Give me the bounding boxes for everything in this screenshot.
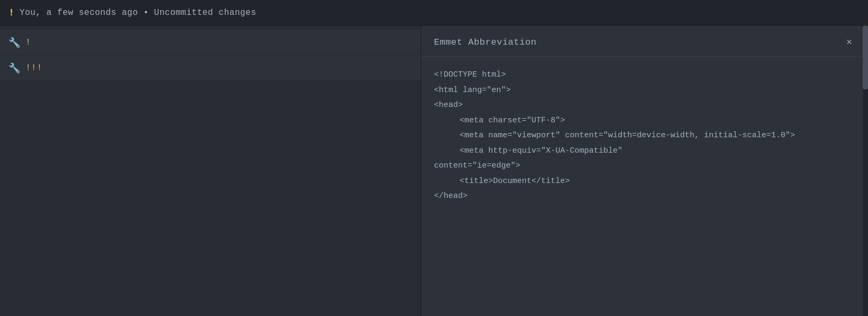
code-line: <head> xyxy=(434,98,855,113)
code-line: <meta charset="UTF-8"> xyxy=(434,113,855,129)
status-bar: ! You, a few seconds ago • Uncommitted c… xyxy=(0,0,868,26)
list-item[interactable]: 🔧 !!! xyxy=(0,55,421,81)
code-line: <meta name="viewport" content="width=dev… xyxy=(434,128,855,144)
code-line: <html lang="en"> xyxy=(434,83,855,98)
left-panel: 🔧 ! 🔧 !!! xyxy=(0,26,421,316)
file-label: !!! xyxy=(26,63,43,73)
scrollbar-track[interactable] xyxy=(863,26,868,316)
status-text: You, a few seconds ago • Uncommitted cha… xyxy=(20,8,256,18)
emmet-popup: Emmet Abbreviation × <!DOCTYPE html> <ht… xyxy=(421,26,868,316)
popup-content: <!DOCTYPE html> <html lang="en"> <head> … xyxy=(421,57,868,313)
popup-header: Emmet Abbreviation × xyxy=(421,26,868,57)
list-item[interactable]: 🔧 ! xyxy=(0,30,421,55)
code-line: content="ie=edge"> xyxy=(434,159,855,174)
scrollbar-thumb[interactable] xyxy=(863,26,868,89)
wrench-icon: 🔧 xyxy=(9,37,20,48)
close-button[interactable]: × xyxy=(843,36,855,48)
file-label: ! xyxy=(26,38,31,47)
code-line: <title>Document</title> xyxy=(434,174,855,189)
warning-icon: ! xyxy=(9,7,14,18)
wrench-icon: 🔧 xyxy=(9,62,20,74)
popup-title: Emmet Abbreviation xyxy=(434,37,537,47)
code-line: </head> xyxy=(434,189,855,204)
main-area: 🔧 ! 🔧 !!! Emmet Abbreviation × <!DOCTYPE… xyxy=(0,26,868,316)
code-line: <meta http-equiv="X-UA-Compatible" xyxy=(434,144,855,159)
code-line: <!DOCTYPE html> xyxy=(434,68,855,83)
